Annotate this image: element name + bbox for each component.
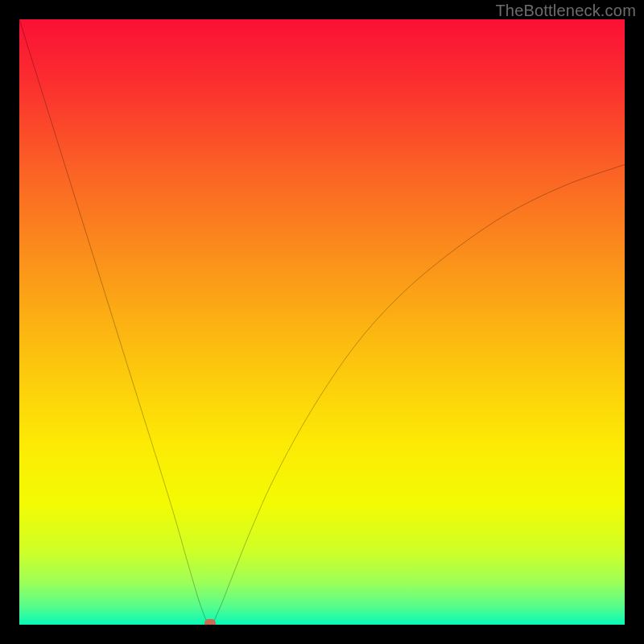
chart-frame: TheBottleneck.com [0, 0, 644, 644]
watermark-text: TheBottleneck.com [495, 2, 636, 20]
bottleneck-curve [19, 19, 625, 625]
plot-area [19, 19, 625, 625]
optimal-point-marker [204, 619, 216, 625]
